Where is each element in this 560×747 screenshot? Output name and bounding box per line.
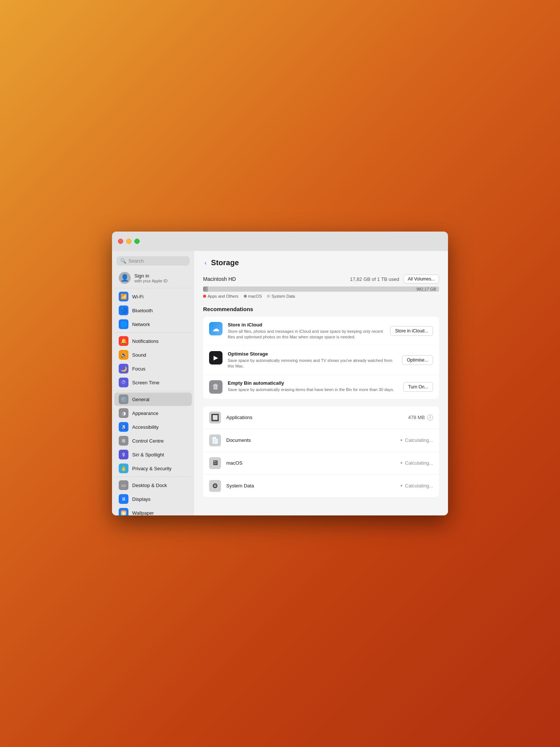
optimise-title: Optimise Storage bbox=[228, 351, 397, 357]
legend-systemdata: System Data bbox=[267, 294, 295, 298]
sidebar-label-focus: Focus bbox=[132, 366, 145, 372]
disk-info: 17,82 GB of 1 TB used All Volumes... bbox=[350, 275, 439, 283]
siri-icon: 🎙 bbox=[119, 450, 128, 459]
storage-items-section: 🔲 Applications 478 MB i 📄 Documents Calc… bbox=[203, 406, 439, 497]
legend-label-apps: Apps and Others bbox=[208, 294, 239, 298]
sidebar-item-accessibility[interactable]: ♿ Accessibility bbox=[114, 420, 192, 434]
disk-used-text: 17,82 GB of 1 TB used bbox=[350, 276, 399, 282]
emptybin-desc: Save space by automatically erasing item… bbox=[228, 387, 398, 393]
icloud-desc: Store all files, photos and messages in … bbox=[228, 329, 385, 340]
divider-2 bbox=[114, 332, 192, 333]
icloud-action: Store in iCloud... bbox=[390, 326, 433, 336]
controlcentre-icon: ⊞ bbox=[119, 436, 128, 446]
sidebar: 🔍 Search 👤 Sign in with your Apple ID 📶 … bbox=[112, 251, 194, 515]
minimize-button[interactable] bbox=[126, 239, 131, 244]
documents-name: Documents bbox=[226, 437, 395, 443]
applications-name: Applications bbox=[226, 415, 403, 420]
sidebar-label-appearance: Appearance bbox=[132, 410, 158, 416]
storage-legend: Apps and Others macOS System Data bbox=[203, 294, 439, 298]
sidebar-item-wifi[interactable]: 📶 Wi-Fi bbox=[114, 290, 192, 303]
sidebar-item-notifications[interactable]: 🔔 Notifications bbox=[114, 334, 192, 348]
systemdata-icon: ⚙ bbox=[209, 480, 221, 492]
sidebar-item-desktopdock[interactable]: ▭ Desktop & Dock bbox=[114, 478, 192, 492]
apple-id-item[interactable]: 👤 Sign in with your Apple ID bbox=[114, 269, 192, 286]
sidebar-label-notifications: Notifications bbox=[132, 338, 159, 344]
general-icon: ⚙️ bbox=[119, 394, 128, 404]
appletv-icon: ▶ bbox=[209, 351, 223, 365]
legend-dot-apps bbox=[203, 295, 206, 298]
storage-bar-used bbox=[203, 286, 208, 292]
sidebar-label-accessibility: Accessibility bbox=[132, 424, 159, 430]
apple-id-sub: with your Apple ID bbox=[134, 279, 168, 283]
storage-item-systemdata[interactable]: ⚙ System Data Calculating... bbox=[203, 475, 439, 497]
sidebar-item-appearance[interactable]: ◑ Appearance bbox=[114, 406, 192, 420]
optimise-button[interactable]: Optimise... bbox=[402, 355, 433, 365]
apple-id-text: Sign in with your Apple ID bbox=[134, 273, 168, 283]
search-bar[interactable]: 🔍 Search bbox=[116, 256, 190, 266]
icloud-title: Store in iCloud bbox=[228, 322, 385, 328]
optimise-action: Optimise... bbox=[402, 355, 433, 365]
content-area: 🔍 Search 👤 Sign in with your Apple ID 📶 … bbox=[112, 251, 448, 515]
sidebar-item-general[interactable]: ⚙️ General bbox=[114, 393, 192, 406]
desktopdock-icon: ▭ bbox=[119, 480, 128, 490]
emptybin-body: Empty Bin automatically Save space by au… bbox=[228, 380, 398, 393]
sidebar-item-sound[interactable]: 🔊 Sound bbox=[114, 348, 192, 362]
legend-apps: Apps and Others bbox=[203, 294, 239, 298]
recommendation-card-icloud: ☁ Store in iCloud Store all files, photo… bbox=[203, 317, 439, 345]
sidebar-label-wifi: Wi-Fi bbox=[132, 294, 143, 300]
sidebar-item-network[interactable]: 🌐 Network bbox=[114, 317, 192, 331]
wifi-icon: 📶 bbox=[119, 292, 128, 301]
search-icon: 🔍 bbox=[120, 258, 126, 264]
legend-label-systemdata: System Data bbox=[271, 294, 295, 298]
fullscreen-button[interactable] bbox=[134, 239, 140, 244]
macos-name: macOS bbox=[226, 460, 395, 466]
storage-item-macos[interactable]: 🖥 macOS Calculating... bbox=[203, 452, 439, 475]
recommendation-card-optimise: ▶ Optimise Storage Save space by automat… bbox=[203, 346, 439, 375]
recommendations-section: Recommendations ☁ Store in iCloud Store … bbox=[203, 306, 439, 399]
turn-on-button[interactable]: Turn On... bbox=[403, 382, 433, 392]
sidebar-label-general: General bbox=[132, 397, 149, 402]
sidebar-item-screentime[interactable]: ⏱ Screen Time bbox=[114, 376, 192, 389]
applications-info-button[interactable]: i bbox=[427, 415, 433, 421]
sidebar-item-siri[interactable]: 🎙 Siri & Spotlight bbox=[114, 448, 192, 461]
emptybin-title: Empty Bin automatically bbox=[228, 380, 398, 386]
legend-macos: macOS bbox=[244, 294, 262, 298]
sidebar-item-wallpaper[interactable]: 🌅 Wallpaper bbox=[114, 506, 192, 515]
sidebar-item-privacy[interactable]: 🤚 Privacy & Security bbox=[114, 462, 192, 475]
emptybin-action: Turn On... bbox=[403, 382, 433, 392]
storage-item-applications[interactable]: 🔲 Applications 478 MB i bbox=[203, 406, 439, 429]
legend-dot-systemdata bbox=[267, 295, 270, 298]
sidebar-label-sound: Sound bbox=[132, 352, 146, 358]
main-content: ‹ Storage Macintosh HD 17,82 GB of 1 TB … bbox=[194, 251, 448, 515]
storage-bar: 982,17 GB bbox=[203, 286, 439, 292]
sidebar-item-controlcentre[interactable]: ⊞ Control Centre bbox=[114, 434, 192, 447]
all-volumes-button[interactable]: All Volumes... bbox=[404, 275, 439, 283]
macos-icon: 🖥 bbox=[209, 457, 221, 469]
divider-3 bbox=[114, 391, 192, 391]
accessibility-icon: ♿ bbox=[119, 422, 128, 432]
sidebar-label-network: Network bbox=[132, 322, 150, 327]
documents-size: Calculating... bbox=[400, 437, 433, 443]
sidebar-item-displays[interactable]: 🖥 Displays bbox=[114, 492, 192, 506]
sidebar-item-focus[interactable]: 🌙 Focus bbox=[114, 362, 192, 375]
back-button[interactable]: ‹ bbox=[203, 259, 208, 267]
disk-row: Macintosh HD 17,82 GB of 1 TB used All V… bbox=[203, 275, 439, 283]
icloud-icon: ☁ bbox=[209, 322, 223, 335]
sidebar-label-privacy: Privacy & Security bbox=[132, 466, 171, 471]
network-icon: 🌐 bbox=[119, 319, 128, 329]
sidebar-label-displays: Displays bbox=[132, 496, 150, 502]
legend-label-macos: macOS bbox=[248, 294, 262, 298]
screentime-icon: ⏱ bbox=[119, 378, 128, 387]
sidebar-label-wallpaper: Wallpaper bbox=[132, 510, 154, 516]
legend-dot-macos bbox=[244, 295, 247, 298]
titlebar bbox=[112, 232, 448, 251]
sidebar-label-controlcentre: Control Centre bbox=[132, 438, 164, 444]
optimise-body: Optimise Storage Save space by automatic… bbox=[228, 351, 397, 369]
sidebar-item-bluetooth[interactable]: 🔵 Bluetooth bbox=[114, 304, 192, 317]
close-button[interactable] bbox=[118, 239, 123, 244]
store-in-icloud-button[interactable]: Store in iCloud... bbox=[390, 326, 433, 336]
storage-item-documents[interactable]: 📄 Documents Calculating... bbox=[203, 429, 439, 452]
bluetooth-icon: 🔵 bbox=[119, 306, 128, 315]
disk-name: Macintosh HD bbox=[203, 276, 236, 282]
storage-bar-free: 982,17 GB bbox=[416, 286, 439, 292]
